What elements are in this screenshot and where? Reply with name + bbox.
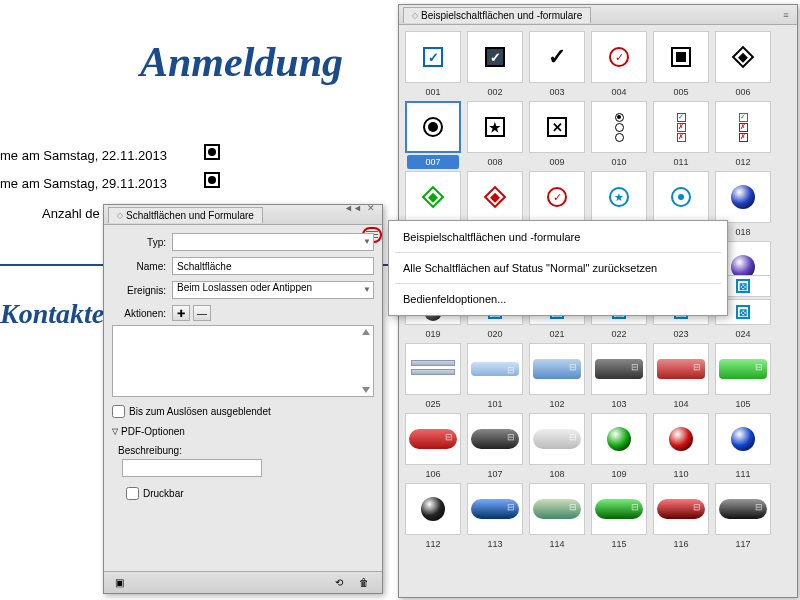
radio-icon <box>204 172 220 188</box>
menu-separator <box>395 283 721 284</box>
type-dropdown[interactable]: ▼ <box>172 233 374 251</box>
label: 023 <box>653 327 709 341</box>
sample-012[interactable]: ✓✗✗ <box>715 101 771 153</box>
label: 010 <box>591 155 647 169</box>
label: 102 <box>529 397 585 411</box>
sample-009[interactable]: ✕ <box>529 101 585 153</box>
remove-action-button[interactable]: — <box>193 305 211 321</box>
chevron-down-icon: ▼ <box>363 237 371 246</box>
sample-112[interactable] <box>405 483 461 535</box>
label: 109 <box>591 467 647 481</box>
label: 111 <box>715 467 771 481</box>
radio-icon <box>204 144 220 160</box>
scroll-down-icon[interactable] <box>362 387 370 393</box>
description-input[interactable] <box>122 459 262 477</box>
menu-item-panel-options[interactable]: Bedienfeldoptionen... <box>389 287 727 311</box>
label: 002 <box>467 85 523 99</box>
add-action-button[interactable]: ✚ <box>172 305 190 321</box>
panel-collapse-icon[interactable]: ◄◄ <box>346 201 360 215</box>
sample-010[interactable] <box>591 101 647 153</box>
panel-close-icon[interactable]: ✕ <box>364 201 378 215</box>
sample-025[interactable] <box>405 343 461 395</box>
sample-105[interactable] <box>715 343 771 395</box>
sample-014[interactable] <box>467 171 523 223</box>
sample-011[interactable]: ✓✗✗ <box>653 101 709 153</box>
doc-text-line-3: Anzahl de <box>42 206 100 221</box>
sample-003[interactable]: ✓ <box>529 31 585 83</box>
sample-116[interactable] <box>653 483 709 535</box>
panel-title: Beispielschaltflächen und -formulare <box>421 10 582 21</box>
actions-list[interactable] <box>112 325 374 397</box>
sample-108[interactable] <box>529 413 585 465</box>
label: 003 <box>529 85 585 99</box>
menu-item-samples[interactable]: Beispielschaltflächen und -formulare <box>389 225 727 249</box>
sample-016[interactable]: ★ <box>591 171 647 223</box>
grip-icon: ◇ <box>117 211 123 220</box>
panel-header[interactable]: ◇ Beispielschaltflächen und -formulare ≡ <box>399 5 797 25</box>
sample-013[interactable] <box>405 171 461 223</box>
hidden-label: Bis zum Auslösen ausgeblendet <box>129 406 271 417</box>
sample-117[interactable] <box>715 483 771 535</box>
sample-115[interactable] <box>591 483 647 535</box>
menu-separator <box>395 252 721 253</box>
name-input[interactable] <box>172 257 374 275</box>
label: 116 <box>653 537 709 551</box>
grip-icon: ◇ <box>412 11 418 20</box>
panel-tab[interactable]: ◇ Schaltflächen und Formulare <box>108 207 263 223</box>
sample-113[interactable] <box>467 483 523 535</box>
sample-002[interactable]: ✓ <box>467 31 523 83</box>
sample-005[interactable] <box>653 31 709 83</box>
scroll-up-icon[interactable] <box>362 329 370 335</box>
panel-footer: ▣ ⟲ 🗑 <box>104 571 382 593</box>
label: 001 <box>405 85 461 99</box>
label: 105 <box>715 397 771 411</box>
description-label: Beschreibung: <box>118 445 374 456</box>
sample-017[interactable] <box>653 171 709 223</box>
sample-109[interactable] <box>591 413 647 465</box>
sample-101[interactable] <box>467 343 523 395</box>
buttons-forms-panel: ◄◄ ✕ ◇ Schaltflächen und Formulare Typ: … <box>103 204 383 594</box>
label: 104 <box>653 397 709 411</box>
printable-checkbox[interactable] <box>126 487 139 500</box>
trash-icon[interactable]: 🗑 <box>355 575 373 591</box>
doc-heading-2: Kontakte <box>0 298 104 330</box>
sample-015[interactable]: ✓ <box>529 171 585 223</box>
label: 112 <box>405 537 461 551</box>
sample-007[interactable] <box>405 101 461 153</box>
label: 108 <box>529 467 585 481</box>
sample-106[interactable] <box>405 413 461 465</box>
sample-103[interactable] <box>591 343 647 395</box>
sample-102[interactable] <box>529 343 585 395</box>
sample-104[interactable] <box>653 343 709 395</box>
sample-110[interactable] <box>653 413 709 465</box>
label: 103 <box>591 397 647 411</box>
hidden-until-trigger-checkbox[interactable] <box>112 405 125 418</box>
flyout-menu: Beispielschaltflächen und -formulare All… <box>388 220 728 316</box>
pdf-options-section[interactable]: PDF-Optionen <box>112 426 374 437</box>
label: 101 <box>467 397 523 411</box>
name-label: Name: <box>112 261 172 272</box>
convert-icon[interactable]: ⟲ <box>330 575 348 591</box>
label: 114 <box>529 537 585 551</box>
panel-tab[interactable]: ◇ Beispielschaltflächen und -formulare <box>403 7 591 23</box>
label: 007 <box>407 155 459 169</box>
event-dropdown[interactable]: Beim Loslassen oder Antippen ▼ <box>172 281 374 299</box>
doc-text-line-1: me am Samstag, 22.11.2013 <box>0 148 167 163</box>
preview-icon[interactable]: ▣ <box>110 575 128 591</box>
label: 106 <box>405 467 461 481</box>
panel-header[interactable]: ◇ Schaltflächen und Formulare <box>104 205 382 225</box>
sample-006[interactable] <box>715 31 771 83</box>
sample-107[interactable] <box>467 413 523 465</box>
sample-114[interactable] <box>529 483 585 535</box>
sample-018[interactable] <box>715 171 771 223</box>
label: 025 <box>405 397 461 411</box>
actions-label: Aktionen: <box>112 308 172 319</box>
label: 009 <box>529 155 585 169</box>
sample-004[interactable]: ✓ <box>591 31 647 83</box>
sample-111[interactable] <box>715 413 771 465</box>
label: 117 <box>715 537 771 551</box>
flyout-menu-icon[interactable]: ≡ <box>779 8 793 22</box>
sample-008[interactable]: ★ <box>467 101 523 153</box>
menu-item-reset-normal[interactable]: Alle Schaltflächen auf Status "Normal" z… <box>389 256 727 280</box>
sample-001[interactable]: ✓ <box>405 31 461 83</box>
